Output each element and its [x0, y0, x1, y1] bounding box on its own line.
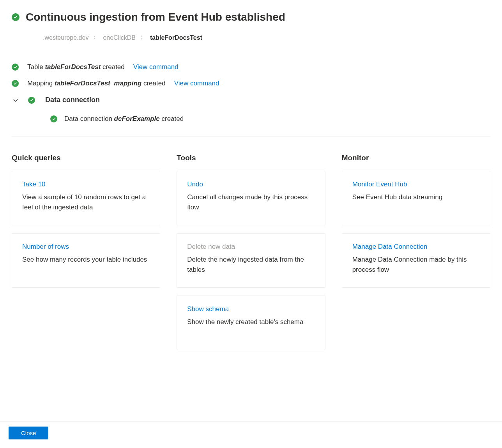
breadcrumb-table: tableForDocsTest: [150, 34, 202, 41]
status-mapping-created: Mapping tableForDocsTest_mapping created…: [12, 80, 490, 87]
data-connection-heading: Data connection: [45, 96, 100, 104]
breadcrumb-cluster[interactable]: .westeurope.dev: [43, 34, 88, 41]
footer: Close: [0, 421, 502, 439]
card-number-of-rows[interactable]: Number of rows See how many records your…: [12, 233, 160, 288]
monitor-heading: Monitor: [342, 154, 490, 162]
card-undo[interactable]: Undo Cancel all changes made by this pro…: [177, 171, 325, 225]
card-title[interactable]: Number of rows: [22, 243, 150, 251]
card-desc: Show the newly created table's schema: [187, 317, 315, 327]
status-table-prefix: Table: [27, 63, 45, 71]
status-mapping-prefix: Mapping: [27, 80, 55, 87]
success-icon: [50, 115, 57, 122]
data-connection-sub-row: Data connection dcForExample created: [50, 115, 490, 123]
data-connection-prefix: Data connection: [64, 115, 114, 122]
card-title[interactable]: Monitor Event Hub: [352, 181, 480, 188]
status-table-text: Table tableForDocsTest created: [27, 63, 125, 71]
close-button[interactable]: Close: [9, 427, 48, 439]
data-connection-row[interactable]: Data connection: [12, 96, 490, 104]
success-icon: [28, 97, 35, 104]
card-desc: Delete the newly ingested data from the …: [187, 255, 315, 274]
columns: Quick queries Take 10 View a sample of 1…: [12, 154, 490, 358]
chevron-down-icon[interactable]: [12, 97, 19, 103]
card-monitor-event-hub[interactable]: Monitor Event Hub See Event Hub data str…: [342, 171, 490, 225]
data-connection-suffix: created: [160, 115, 184, 122]
card-show-schema[interactable]: Show schema Show the newly created table…: [177, 296, 325, 350]
data-connection-name: dcForExample: [114, 115, 160, 122]
card-desc: Cancel all changes made by this process …: [187, 192, 315, 212]
header-row: Continuous ingestion from Event Hub esta…: [12, 11, 490, 23]
status-mapping-suffix: created: [141, 80, 165, 87]
card-title: Delete new data: [187, 243, 315, 251]
status-table-name: tableForDocsTest: [45, 63, 101, 71]
card-desc: Manage Data Connection made by this proc…: [352, 255, 480, 274]
tools-heading: Tools: [177, 154, 325, 162]
card-take-10[interactable]: Take 10 View a sample of 10 random rows …: [12, 171, 160, 225]
col-quick-queries: Quick queries Take 10 View a sample of 1…: [12, 154, 160, 358]
breadcrumb-database[interactable]: oneClickDB: [103, 34, 136, 41]
card-title[interactable]: Show schema: [187, 305, 315, 313]
view-command-link[interactable]: View command: [174, 80, 219, 87]
data-connection-created-text: Data connection dcForExample created: [64, 115, 184, 123]
col-tools: Tools Undo Cancel all changes made by th…: [177, 154, 325, 358]
divider: [12, 136, 490, 136]
status-table-suffix: created: [101, 63, 124, 71]
status-list: Table tableForDocsTest created View comm…: [12, 63, 490, 123]
card-title[interactable]: Undo: [187, 181, 315, 188]
card-title[interactable]: Manage Data Connection: [352, 243, 480, 251]
success-icon: [12, 80, 19, 87]
success-icon: [12, 64, 19, 71]
success-icon: [12, 13, 19, 21]
view-command-link[interactable]: View command: [133, 63, 179, 71]
card-desc: View a sample of 10 random rows to get a…: [22, 192, 150, 212]
card-delete-new-data: Delete new data Delete the newly ingeste…: [177, 233, 325, 288]
status-mapping-name: tableForDocsTest_mapping: [55, 80, 141, 87]
card-manage-data-connection[interactable]: Manage Data Connection Manage Data Conne…: [342, 233, 490, 288]
page-title: Continuous ingestion from Event Hub esta…: [26, 11, 285, 23]
status-table-created: Table tableForDocsTest created View comm…: [12, 63, 490, 71]
card-title[interactable]: Take 10: [22, 181, 150, 188]
col-monitor: Monitor Monitor Event Hub See Event Hub …: [342, 154, 490, 358]
chevron-right-icon: 〉: [93, 34, 98, 41]
quick-queries-heading: Quick queries: [12, 154, 160, 162]
breadcrumb: .westeurope.dev 〉 oneClickDB 〉 tableForD…: [43, 34, 490, 41]
card-desc: See Event Hub data streaming: [352, 192, 480, 202]
card-desc: See how many records your table includes: [22, 255, 150, 265]
chevron-right-icon: 〉: [140, 34, 145, 41]
status-mapping-text: Mapping tableForDocsTest_mapping created: [27, 80, 166, 87]
